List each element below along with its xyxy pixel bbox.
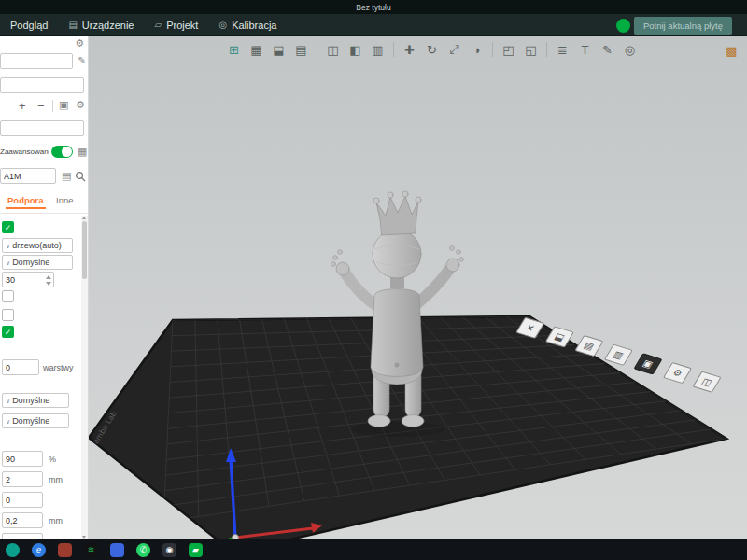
option-checkbox-2[interactable] (2, 290, 14, 302)
rotate-icon[interactable]: ↻ (422, 40, 442, 59)
menubar: Podgląd ▤ Urządzenie ▱ Projekt ◎ Kalibra… (0, 14, 747, 36)
sidebar: ⚙ ✎ + − ▣ ⚙ Zaawansowane ▦ A1M ▤ Podpora… (0, 36, 89, 539)
chevron-down-icon: ∨ (6, 259, 10, 266)
import-icon[interactable]: ⬓ (269, 40, 289, 59)
structure-view-icon[interactable]: ▦ (78, 147, 87, 157)
add-filament-button[interactable]: + (19, 100, 26, 112)
tab-support[interactable]: Podpora (7, 195, 44, 205)
check-icon: ✓ (5, 328, 12, 337)
plate-logo-front: Bambu Lab (450, 508, 499, 524)
tab-project[interactable]: ▱ Projekt (144, 14, 208, 35)
slice-button-group: Potnij aktualną płytę (616, 17, 732, 35)
printer-select[interactable] (0, 77, 84, 93)
toolbar-divider (393, 42, 394, 57)
scroll-down-icon[interactable] (82, 536, 86, 539)
gear-icon[interactable]: ⚙ (75, 38, 84, 49)
bambu-studio-icon[interactable]: ▰ (189, 543, 203, 557)
text-icon[interactable]: T (575, 40, 595, 59)
mirror-icon[interactable]: ◑ (467, 40, 486, 59)
tab-device-label: Urządzenie (82, 20, 134, 31)
interface-filament-select[interactable]: ∨ Domyślne (2, 413, 69, 428)
support-type-value: drzewo(auto) (12, 241, 62, 250)
chevron-down-icon: ∨ (6, 398, 10, 404)
remove-filament-button[interactable]: − (37, 100, 45, 112)
titlebar: Bez tytułu (0, 0, 747, 14)
slice-menu-button[interactable] (616, 19, 630, 33)
split-view-icon[interactable]: ▤ (291, 40, 311, 59)
check-icon: ✓ (5, 223, 12, 232)
tab-preview[interactable]: Podgląd (0, 14, 58, 35)
compare-preset-icon[interactable]: ▤ (62, 171, 71, 181)
preset-input[interactable] (0, 120, 84, 136)
layers-icon[interactable]: ≣ (553, 40, 572, 59)
copy-icon[interactable]: ◫ (323, 40, 343, 59)
support-filament-select[interactable]: ∨ Domyślne (2, 393, 69, 408)
scene-canvas: Bambu Lab Bambu Lab (89, 36, 747, 539)
toolbar-divider (492, 42, 493, 57)
measure-icon[interactable]: ◎ (620, 40, 640, 59)
move-icon[interactable]: ✚ (400, 40, 419, 59)
sync-filament-icon[interactable]: ▣ (59, 100, 68, 110)
gap-unit-label: mm (49, 516, 63, 525)
option-checkbox-3[interactable] (2, 309, 14, 321)
tab-calibration[interactable]: ◎ Kalibracja (208, 14, 287, 35)
paste-icon[interactable]: ◧ (345, 40, 365, 59)
angle-value: 30 (6, 275, 15, 285)
scroll-up-icon[interactable] (82, 217, 86, 219)
interface-filament-value: Domyślne (12, 416, 49, 426)
viewport-toolbar: ⊞ ▦ ⬓ ▤ ◫ ◧ ▥ ✚ ↻ ⤢ ◑ ◰ ◱ ≣ T ✎ ◎ (224, 40, 640, 59)
calibration-icon: ◎ (218, 20, 227, 30)
toolbar-divider (546, 42, 547, 57)
option-checkbox-4[interactable]: ✓ (2, 326, 14, 338)
density-input[interactable]: 90 (2, 451, 43, 467)
app-icon-3[interactable] (58, 543, 72, 557)
clone-icon[interactable]: ▥ (368, 40, 388, 59)
arrange-plate-icon[interactable]: ▩ (722, 41, 741, 60)
model-shadow (351, 422, 444, 437)
camera-app-icon[interactable]: ◉ (162, 543, 176, 557)
tab-calibration-label: Kalibracja (232, 20, 276, 31)
bottom-gap-input[interactable]: 0,2 (2, 533, 43, 539)
app-icon-5[interactable] (110, 543, 124, 557)
tab-other[interactable]: Inne (56, 195, 74, 205)
base-layers-input[interactable]: 0 (2, 492, 43, 508)
taskbar: e ≋ ✆ ◉ ▰ (0, 539, 747, 560)
slice-button[interactable]: Potnij aktualną płytę (634, 17, 732, 35)
support-style-select[interactable]: ∨ Domyślne (2, 255, 73, 270)
spin-up-icon[interactable] (46, 275, 51, 279)
threshold-angle-input[interactable]: 30 (2, 272, 54, 287)
viewport-3d[interactable]: Bambu Lab Bambu Lab (89, 36, 747, 539)
support-style-value: Domyślne (12, 258, 49, 267)
layers-input[interactable]: 0 (2, 359, 39, 375)
split-parts-icon[interactable]: ◱ (521, 40, 541, 59)
bambu-studio-window: Bez tytułu Podgląd ▤ Urządzenie ▱ Projek… (0, 0, 747, 560)
top-gap-input[interactable]: 0,2 (2, 512, 43, 528)
toggle-knob (62, 147, 72, 157)
whatsapp-icon[interactable]: ✆ (136, 543, 150, 557)
sidebar-scrollbar[interactable] (81, 216, 88, 539)
scale-icon[interactable]: ⤢ (444, 40, 464, 59)
edge-icon[interactable]: e (32, 543, 46, 557)
split-objects-icon[interactable]: ◰ (499, 40, 518, 59)
paint-icon[interactable]: ✎ (598, 40, 617, 59)
search-icon[interactable] (75, 171, 86, 182)
device-icon: ▤ (68, 20, 77, 30)
tab-device[interactable]: ▤ Urządzenie (58, 14, 144, 35)
plate-settings-icon[interactable]: ⊞ (224, 40, 244, 59)
auto-arrange-icon[interactable]: ▦ (247, 40, 266, 59)
divider (52, 100, 53, 112)
printer-model-field[interactable]: A1M (0, 168, 56, 184)
support-type-select[interactable]: ∨ drzewo(auto) (2, 238, 73, 253)
support-enable-checkbox[interactable]: ✓ (2, 221, 14, 233)
filament-settings-icon[interactable]: ⚙ (76, 100, 85, 110)
spin-down-icon[interactable] (46, 282, 51, 286)
toolbar-divider (317, 42, 317, 57)
edit-icon[interactable]: ✎ (78, 56, 86, 65)
project-name-input[interactable] (0, 53, 73, 69)
distance-input[interactable]: 2 (2, 471, 43, 487)
app-icon-1[interactable] (6, 543, 20, 557)
advanced-toggle[interactable] (51, 146, 73, 158)
spotify-icon[interactable]: ≋ (84, 543, 98, 557)
divider (0, 213, 89, 214)
scrollbar-thumb[interactable] (82, 221, 87, 279)
